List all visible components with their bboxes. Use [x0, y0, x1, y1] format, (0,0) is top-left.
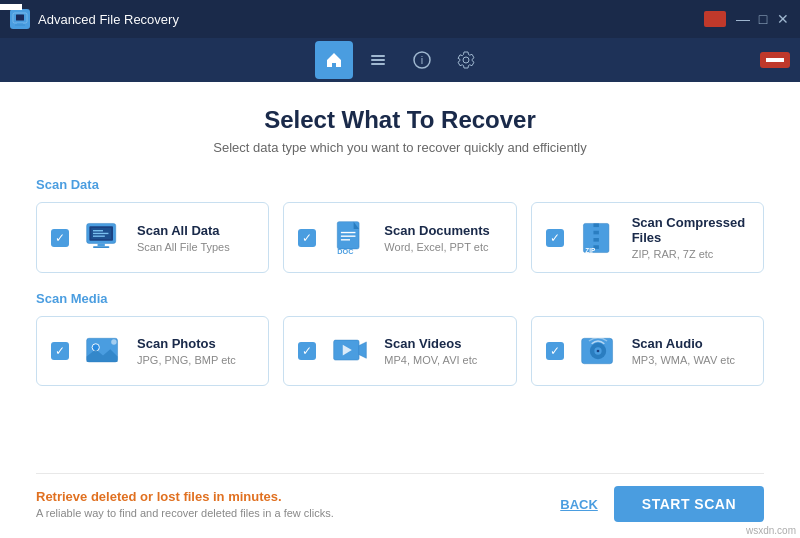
watermark: wsxdn.com	[746, 525, 796, 536]
svg-text:DOC: DOC	[338, 247, 355, 256]
audio-icon	[576, 329, 620, 373]
document-icon: DOC	[328, 216, 372, 260]
svg-rect-4	[371, 55, 385, 57]
scan-data-row: ✓ Scan All Data Scan All File Types	[36, 202, 764, 273]
card-scan-documents-text: Scan Documents Word, Excel, PPT etc	[384, 223, 501, 253]
card-scan-photos-text: Scan Photos JPG, PNG, BMP etc	[137, 336, 254, 366]
checkbox-scan-audio[interactable]: ✓	[546, 342, 564, 360]
nav-settings[interactable]	[447, 41, 485, 79]
svg-text:i: i	[421, 54, 423, 66]
nav-info[interactable]: i	[403, 41, 441, 79]
main-content: Select What To Recover Select data type …	[0, 82, 800, 538]
minimize-button[interactable]: —	[736, 12, 750, 26]
card-scan-all-text: Scan All Data Scan All File Types	[137, 223, 254, 253]
svg-rect-27	[593, 238, 598, 242]
svg-rect-26	[593, 230, 598, 234]
footer-actions: BACK START SCAN	[560, 486, 764, 522]
svg-point-32	[111, 339, 116, 344]
svg-point-38	[596, 350, 599, 353]
checkbox-scan-documents[interactable]: ✓	[298, 229, 316, 247]
card-scan-all-title: Scan All Data	[137, 223, 254, 238]
card-scan-audio[interactable]: ✓ Scan Audio MP3, WMA, WAV etc	[531, 316, 764, 386]
card-scan-photos-title: Scan Photos	[137, 336, 254, 351]
card-scan-videos-text: Scan Videos MP4, MOV, AVI etc	[384, 336, 501, 366]
video-icon	[328, 329, 372, 373]
svg-rect-6	[371, 63, 385, 65]
nav-right-icons	[760, 52, 790, 68]
card-scan-compressed-text: Scan Compressed Files ZIP, RAR, 7Z etc	[632, 215, 749, 260]
maximize-button[interactable]: □	[756, 12, 770, 26]
card-scan-audio-subtitle: MP3, WMA, WAV etc	[632, 354, 749, 366]
card-scan-photos[interactable]: ✓ Scan Photos JPG, PNG, BMP etc	[36, 316, 269, 386]
svg-rect-1	[16, 15, 24, 21]
photo-icon	[81, 329, 125, 373]
card-scan-audio-text: Scan Audio MP3, WMA, WAV etc	[632, 336, 749, 366]
page-title: Select What To Recover	[36, 106, 764, 134]
svg-rect-12	[93, 246, 109, 248]
checkbox-scan-compressed[interactable]: ✓	[546, 229, 564, 247]
nav-list[interactable]	[359, 41, 397, 79]
close-button[interactable]: ✕	[776, 12, 790, 26]
monitor-icon	[81, 216, 125, 260]
checkbox-scan-photos[interactable]: ✓	[51, 342, 69, 360]
card-scan-documents[interactable]: ✓ DOC Scan Documents Word, Excel, PPT et…	[283, 202, 516, 273]
scan-media-label: Scan Media	[36, 291, 764, 306]
card-scan-all-subtitle: Scan All File Types	[137, 241, 254, 253]
checkbox-scan-all[interactable]: ✓	[51, 229, 69, 247]
card-scan-all[interactable]: ✓ Scan All Data Scan All File Types	[36, 202, 269, 273]
footer-info: Retrieve deleted or lost files in minute…	[36, 489, 334, 519]
nav-home[interactable]	[315, 41, 353, 79]
card-scan-compressed-title: Scan Compressed Files	[632, 215, 749, 245]
back-button[interactable]: BACK	[560, 497, 598, 512]
card-scan-videos[interactable]: ✓ Scan Videos MP4, MOV, AVI etc	[283, 316, 516, 386]
card-scan-documents-subtitle: Word, Excel, PPT etc	[384, 241, 501, 253]
card-scan-audio-title: Scan Audio	[632, 336, 749, 351]
checkbox-scan-videos[interactable]: ✓	[298, 342, 316, 360]
card-scan-videos-title: Scan Videos	[384, 336, 501, 351]
svg-rect-3	[15, 25, 25, 26]
card-scan-compressed-subtitle: ZIP, RAR, 7Z etc	[632, 248, 749, 260]
card-scan-compressed[interactable]: ✓ ZIP Scan Compressed Files ZIP, RAR, 7Z…	[531, 202, 764, 273]
window-controls: — □ ✕	[704, 11, 790, 27]
footer: Retrieve deleted or lost files in minute…	[36, 473, 764, 522]
svg-rect-11	[98, 243, 105, 246]
card-scan-documents-title: Scan Documents	[384, 223, 501, 238]
svg-rect-5	[371, 59, 385, 61]
footer-info-sub: A reliable way to find and recover delet…	[36, 507, 334, 519]
app-icon	[10, 9, 30, 29]
start-scan-button[interactable]: START SCAN	[614, 486, 764, 522]
compressed-icon: ZIP	[576, 216, 620, 260]
page-subtitle: Select data type which you want to recov…	[36, 140, 764, 155]
app-title: Advanced File Recovery	[38, 12, 179, 27]
svg-text:ZIP: ZIP	[585, 246, 596, 253]
footer-info-title: Retrieve deleted or lost files in minute…	[36, 489, 334, 504]
flag-nav-icon	[760, 52, 790, 68]
nav-bar: i	[0, 38, 800, 82]
svg-rect-25	[593, 223, 598, 227]
flag-icon	[704, 11, 726, 27]
scan-data-label: Scan Data	[36, 177, 764, 192]
title-bar-left: Advanced File Recovery	[10, 9, 179, 29]
scan-media-row: ✓ Scan Photos JPG, PNG, BMP etc ✓	[36, 316, 764, 386]
card-scan-photos-subtitle: JPG, PNG, BMP etc	[137, 354, 254, 366]
card-scan-videos-subtitle: MP4, MOV, AVI etc	[384, 354, 501, 366]
svg-rect-2	[17, 23, 23, 25]
